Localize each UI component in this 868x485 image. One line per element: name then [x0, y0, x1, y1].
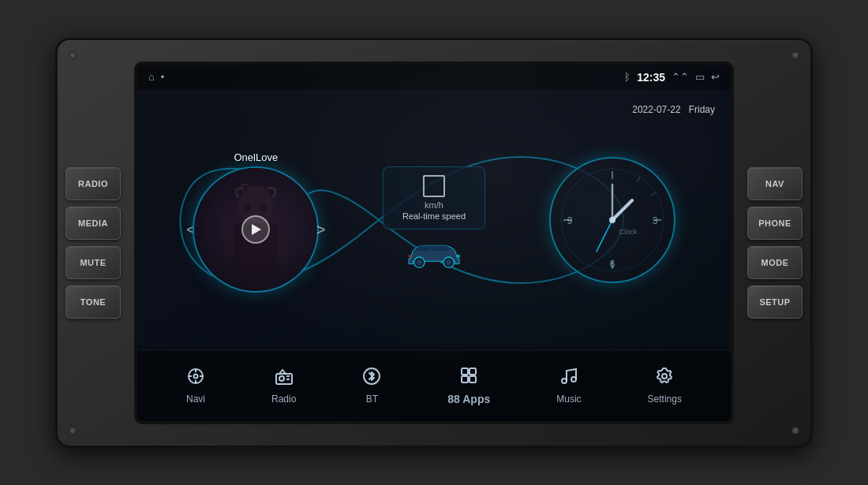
- svg-rect-36: [462, 368, 468, 375]
- svg-text:Clock: Clock: [619, 228, 637, 236]
- right-buttons: NAV PHONE MODE SETUP: [747, 167, 803, 319]
- clock-face: 3 6 9: [557, 165, 668, 275]
- speed-box-icon: [423, 175, 445, 197]
- main-content: 2022-07-22 Friday OnelLove <: [137, 90, 731, 350]
- radio-nav-label: Radio: [271, 394, 296, 405]
- stereo-unit: RADIO MEDIA MUTE TONE ⌂ • ᛒ 12:35 ⌃⌃ ▭ ↩: [55, 38, 813, 448]
- svg-point-26: [193, 375, 197, 379]
- nav-item-navi[interactable]: Navi: [175, 360, 216, 411]
- mode-button[interactable]: MODE: [747, 246, 803, 279]
- clock-circle: 3 6 9: [549, 157, 675, 283]
- nav-item-bt[interactable]: BT: [351, 360, 392, 411]
- svg-line-22: [597, 220, 612, 252]
- speed-panel: km/h Real-time speed: [383, 166, 485, 274]
- setup-button[interactable]: SETUP: [747, 285, 803, 319]
- svg-point-40: [562, 379, 567, 383]
- svg-point-41: [571, 377, 576, 382]
- media-button[interactable]: MEDIA: [65, 207, 121, 240]
- play-button[interactable]: [241, 215, 270, 244]
- svg-point-2: [245, 203, 251, 211]
- home-icon[interactable]: ⌂: [148, 71, 155, 83]
- svg-rect-37: [470, 368, 476, 375]
- nav-item-settings[interactable]: Settings: [637, 360, 693, 411]
- day-string: Friday: [689, 104, 715, 115]
- status-bar: ⌂ • ᛒ 12:35 ⌃⌃ ▭ ↩: [137, 65, 731, 90]
- svg-point-7: [446, 259, 451, 265]
- clock-display: 12:35: [637, 71, 665, 84]
- svg-point-32: [279, 376, 284, 381]
- phone-button[interactable]: PHONE: [747, 207, 803, 240]
- navi-icon: [186, 367, 205, 389]
- music-title: OnelLove: [234, 151, 279, 163]
- screw-br: [791, 427, 799, 435]
- apps-count: 88 Apps: [447, 393, 490, 405]
- svg-point-3: [260, 203, 267, 211]
- battery-icon: ▭: [695, 71, 705, 83]
- nav-button[interactable]: NAV: [747, 167, 803, 200]
- status-left: ⌂ •: [148, 71, 164, 83]
- screw-tr: [791, 51, 799, 59]
- dot-indicator: •: [161, 71, 165, 83]
- mute-button[interactable]: MUTE: [65, 246, 121, 279]
- navi-label: Navi: [186, 394, 205, 405]
- signal-icon: ⌃⌃: [672, 71, 689, 83]
- bt-label: BT: [366, 394, 378, 405]
- svg-point-23: [609, 217, 615, 223]
- screen-bezel: ⌂ • ᛒ 12:35 ⌃⌃ ▭ ↩ 2022-07-22 Friday: [134, 62, 734, 424]
- left-buttons: RADIO MEDIA MUTE TONE: [65, 167, 121, 319]
- screw-bl: [69, 427, 77, 435]
- nav-item-music[interactable]: Music: [545, 360, 592, 411]
- svg-line-20: [612, 200, 632, 220]
- svg-point-5: [417, 259, 422, 265]
- music-nav-icon: [559, 367, 578, 389]
- settings-icon: [655, 367, 674, 389]
- bt-icon: [362, 367, 381, 389]
- music-label: Music: [556, 394, 581, 405]
- screw-tl: [69, 51, 77, 59]
- svg-text:3: 3: [652, 215, 657, 226]
- car-icon: [402, 239, 466, 274]
- clock-panel: 3 6 9: [533, 141, 691, 299]
- date-string: 2022-07-22: [632, 104, 680, 115]
- screen: ⌂ • ᛒ 12:35 ⌃⌃ ▭ ↩ 2022-07-22 Friday: [137, 65, 731, 421]
- speed-label: Real-time speed: [398, 211, 470, 221]
- nav-item-radio[interactable]: Radio: [260, 360, 307, 411]
- speed-display: km/h Real-time speed: [383, 166, 485, 229]
- svg-text:9: 9: [567, 215, 572, 226]
- apps-icon: [459, 366, 478, 388]
- bottom-nav: Navi Radio: [137, 350, 731, 421]
- radio-button[interactable]: RADIO: [65, 167, 121, 200]
- svg-line-15: [637, 177, 640, 182]
- date-info: 2022-07-22 Friday: [632, 104, 715, 115]
- svg-line-16: [650, 192, 656, 196]
- tone-button[interactable]: TONE: [65, 285, 121, 319]
- status-right: ᛒ 12:35 ⌃⌃ ▭ ↩: [624, 71, 720, 84]
- music-circle[interactable]: [193, 166, 319, 293]
- svg-rect-39: [470, 376, 476, 382]
- svg-point-42: [662, 374, 667, 379]
- radio-nav-icon: [275, 367, 294, 389]
- back-icon[interactable]: ↩: [711, 71, 720, 83]
- music-panel: OnelLove <: [177, 141, 335, 299]
- svg-point-9: [408, 255, 411, 257]
- settings-label: Settings: [648, 394, 682, 405]
- speed-unit: km/h: [398, 200, 470, 210]
- next-track-button[interactable]: >: [316, 221, 326, 239]
- bluetooth-status-icon: ᛒ: [624, 71, 630, 83]
- svg-text:6: 6: [609, 259, 615, 270]
- svg-rect-38: [462, 376, 468, 382]
- svg-point-8: [456, 254, 460, 257]
- nav-item-apps[interactable]: 88 Apps: [436, 360, 501, 412]
